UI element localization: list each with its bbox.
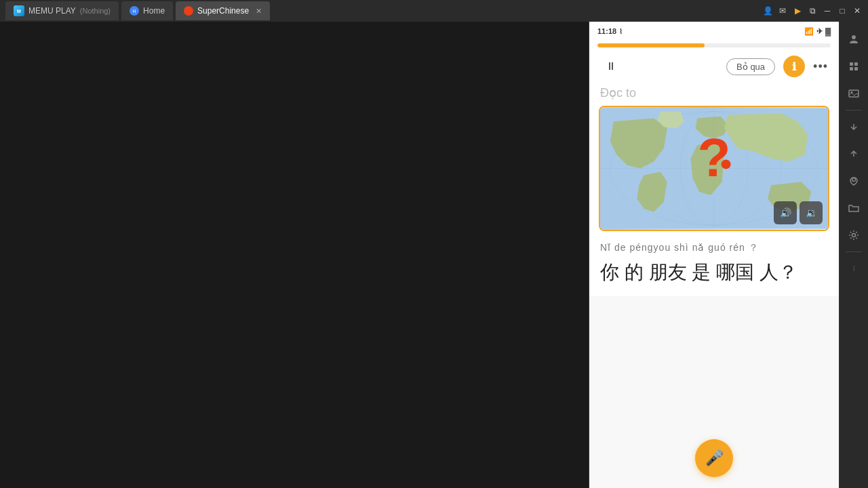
sidebar-folder-icon[interactable] — [842, 196, 866, 220]
status-right: 📶 ✈ ▓ — [804, 27, 831, 36]
svg-point-20 — [852, 234, 856, 237]
pause-icon: ⏸ — [606, 60, 616, 73]
svg-point-10 — [852, 35, 856, 39]
maximize-btn[interactable]: □ — [837, 5, 848, 16]
sound-button-2[interactable]: 🔉 — [800, 201, 823, 224]
sidebar-location-icon[interactable] — [842, 169, 866, 193]
progress-bar-fill — [597, 43, 705, 47]
home-tab-icon: H — [130, 6, 139, 16]
pause-button[interactable]: ⏸ — [600, 56, 622, 77]
sidebar-settings-icon[interactable] — [842, 223, 866, 247]
sidebar-divider-1 — [846, 110, 862, 110]
airplane-icon: ✈ — [816, 27, 823, 36]
sidebar-divider-2 — [846, 251, 862, 252]
sidebar-image-icon[interactable] — [842, 81, 866, 106]
svg-point-16 — [851, 92, 853, 94]
close-btn[interactable]: ✕ — [852, 5, 863, 16]
tab-superchinese[interactable]: SuperChinese ✕ — [176, 1, 270, 20]
main-layout: 11:18 ⌇ 📶 ✈ ▓ ⏸ Bỏ qua ℹ ••• — [0, 22, 868, 488]
status-left: 11:18 ⌇ — [597, 27, 623, 35]
chinese-text: 你 的 朋友 是 哪国 人？ — [589, 257, 839, 296]
tab-memu[interactable]: M MEMU PLAY (Nothing) — [5, 1, 119, 20]
sound-icon-1: 🔊 — [780, 207, 791, 218]
mail-btn[interactable]: ✉ — [777, 5, 788, 16]
svg-point-19 — [852, 178, 856, 182]
signal-icon: ⌇ — [619, 28, 623, 35]
battery-icon: ▓ — [825, 27, 831, 35]
svg-point-2 — [185, 7, 192, 14]
window-controls: 👤 ✉ ▶ ⧉ ─ □ ✕ — [762, 5, 863, 16]
left-area — [0, 22, 589, 488]
sidebar-dots-icon[interactable]: ··· — [842, 256, 866, 281]
mic-button[interactable]: 🎤 — [695, 439, 733, 477]
coin-icon: ℹ — [792, 60, 796, 73]
bo-qua-button[interactable]: Bỏ qua — [726, 58, 775, 75]
svg-text:H: H — [133, 9, 136, 14]
browser-bar: M MEMU PLAY (Nothing) H Home SuperChines… — [0, 0, 868, 22]
mic-row: 🎤 — [589, 428, 839, 488]
right-sidebar: ··· — [840, 22, 868, 488]
sidebar-export-icon[interactable] — [842, 142, 866, 166]
memu-icon-btn[interactable]: ▶ — [792, 5, 803, 16]
sidebar-contacts-icon[interactable] — [842, 54, 866, 79]
svg-rect-13 — [850, 67, 853, 70]
sound-button-1[interactable]: 🔊 — [774, 201, 797, 224]
sidebar-profile-icon[interactable] — [842, 27, 866, 52]
content-spacer — [589, 296, 839, 428]
phone-frame: 11:18 ⌇ 📶 ✈ ▓ ⏸ Bỏ qua ℹ ••• — [589, 22, 840, 488]
more-button[interactable]: ••• — [813, 60, 828, 74]
tab-memu-sub: (Nothing) — [80, 7, 111, 15]
sidebar-import-icon[interactable] — [842, 115, 866, 139]
sound-icon-2: 🔉 — [806, 207, 817, 218]
tab-memu-label: MEMU PLAY — [28, 6, 76, 16]
status-bar: 11:18 ⌇ 📶 ✈ ▓ — [589, 22, 839, 41]
svg-rect-14 — [854, 67, 858, 70]
wifi-icon: 📶 — [804, 27, 814, 36]
question-overlay: ? — [698, 138, 731, 189]
superchinese-tab-icon — [184, 6, 193, 16]
svg-rect-12 — [854, 62, 858, 66]
progress-bar-container — [597, 43, 831, 47]
svg-rect-11 — [850, 62, 853, 66]
minimize-btn[interactable]: ─ — [822, 5, 833, 16]
mic-icon: 🎤 — [705, 449, 724, 467]
tab-home[interactable]: H Home — [121, 1, 173, 20]
tab-superchinese-label: SuperChinese — [197, 6, 249, 16]
map-background: ? 🔊 🔉 — [600, 107, 828, 230]
profile-btn[interactable]: 👤 — [762, 5, 773, 16]
question-mark-text: ? — [698, 131, 731, 185]
pinyin-text: Nǐ de péngyou shì nǎ guó rén ？ — [589, 231, 839, 257]
dots-icon: ··· — [850, 266, 858, 271]
memu-logo: M — [14, 5, 24, 16]
controls-row: ⏸ Bỏ qua ℹ ••• — [589, 50, 839, 83]
tab-home-label: Home — [143, 6, 165, 16]
tab-close-icon[interactable]: ✕ — [256, 7, 262, 16]
image-container: ? 🔊 🔉 — [599, 106, 829, 231]
coin-button[interactable]: ℹ — [783, 56, 805, 77]
sound-controls: 🔊 🔉 — [774, 201, 823, 224]
doc-to-label: Đọc to — [589, 83, 839, 106]
restore-btn[interactable]: ⧉ — [807, 5, 818, 16]
time-display: 11:18 — [597, 27, 616, 35]
